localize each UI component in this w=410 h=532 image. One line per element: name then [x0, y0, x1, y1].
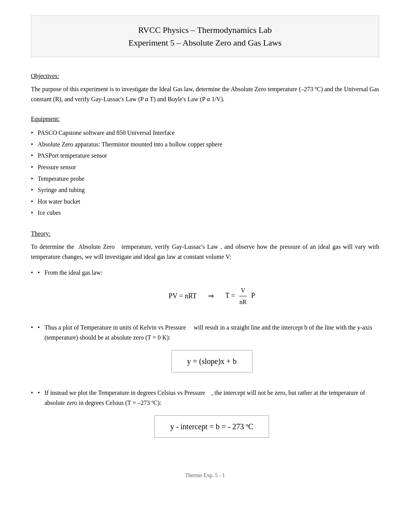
list-item: Pressure sensor	[31, 161, 379, 173]
t-formula: T = V nR P	[225, 286, 255, 307]
equipment-item-7: Hot water bucket	[38, 197, 80, 207]
header-box: RVCC Physics – Thermodynamics Lab Experi…	[31, 15, 379, 57]
pv-formula-block: PV = nRT ⇒ T = V nR P	[44, 286, 379, 307]
fraction-denominator: nR	[238, 296, 248, 307]
list-item: Absolute Zero apparatus: Thermistor moun…	[31, 139, 379, 150]
list-item: PASPort temperature sensor	[31, 150, 379, 161]
theory-bullet-2: • Thus a plot of Temperature in units of…	[31, 323, 379, 380]
bullet-2-text: Thus a plot of Temperature in units of K…	[44, 324, 372, 341]
objectives-label: Objectives:	[31, 73, 59, 80]
page-container: RVCC Physics – Thermodynamics Lab Experi…	[31, 15, 379, 479]
list-item: Hot water bucket	[31, 196, 379, 207]
pv-formula: PV = nRT ⇒ T = V nR P	[169, 286, 255, 307]
equipment-item-6: Syringe and tubing	[38, 185, 85, 195]
list-item: Ice cubes	[31, 207, 379, 219]
equipment-list: PASCO Capstone software and 850 Universa…	[31, 127, 379, 219]
theory-bullets: • From the ideal gas law: PV = nRT ⇒ T =…	[31, 268, 379, 445]
theory-intro: To determine the Absolute Zero temperatu…	[31, 242, 379, 262]
footer: Thermo Exp. 5 - 1	[31, 469, 379, 479]
intercept-formula-block: y - intercept = b = - 273 ºC	[44, 415, 379, 438]
intercept-box: y - intercept = b = - 273 ºC	[154, 415, 269, 438]
theory-bullet-1: • From the ideal gas law: PV = nRT ⇒ T =…	[31, 268, 379, 315]
footer-text: Thermo Exp. 5 - 1	[185, 473, 225, 478]
theory-section: Theory: To determine the Absolute Zero t…	[31, 230, 379, 445]
arrow-symbol: ⇒	[203, 291, 219, 302]
theory-bullet-3: • If instead we plot the Temperature in …	[31, 388, 379, 445]
equipment-item-4: Pressure sensor	[38, 162, 76, 172]
fraction-numerator: V	[239, 286, 247, 297]
slope-formula-block: y = (slope)x + b	[44, 350, 379, 372]
bullet-1-text: From the ideal gas law:	[44, 269, 102, 276]
bullet-3-content: If instead we plot the Temperature in de…	[44, 388, 379, 445]
equipment-item-3: PASPort temperature sensor	[38, 151, 107, 161]
equipment-item-2: Absolute Zero apparatus: Thermistor moun…	[38, 139, 222, 150]
equipment-section: Equipment: PASCO Capstone software and 8…	[31, 116, 379, 219]
objectives-section: Objectives: The purpose of this experime…	[31, 73, 379, 104]
bullet-1-content: From the ideal gas law: PV = nRT ⇒ T = V…	[44, 268, 379, 315]
theory-label: Theory:	[31, 230, 51, 237]
bullet-3-text: If instead we plot the Temperature in de…	[44, 389, 365, 406]
pv-left: PV = nRT	[169, 291, 197, 302]
objectives-text: The purpose of this experiment is to inv…	[31, 84, 379, 104]
slope-box: y = (slope)x + b	[171, 350, 252, 372]
list-item: PASCO Capstone software and 850 Universa…	[31, 127, 379, 139]
equipment-item-8: Ice cubes	[38, 208, 61, 218]
bullet-2-content: Thus a plot of Temperature in units of K…	[44, 323, 379, 380]
header-line1: RVCC Physics – Thermodynamics Lab	[43, 24, 367, 36]
header-line2: Experiment 5 – Absolute Zero and Gas Law…	[43, 36, 367, 49]
header-title: RVCC Physics – Thermodynamics Lab Experi…	[43, 24, 367, 49]
equipment-item-5: Temperature probe	[38, 174, 85, 184]
equipment-label: Equipment:	[31, 116, 60, 122]
vr-fraction: V nR	[238, 286, 248, 307]
list-item: Temperature probe	[31, 173, 379, 185]
list-item: Syringe and tubing	[31, 184, 379, 196]
equipment-item-1: PASCO Capstone software and 850 Universa…	[38, 128, 175, 138]
